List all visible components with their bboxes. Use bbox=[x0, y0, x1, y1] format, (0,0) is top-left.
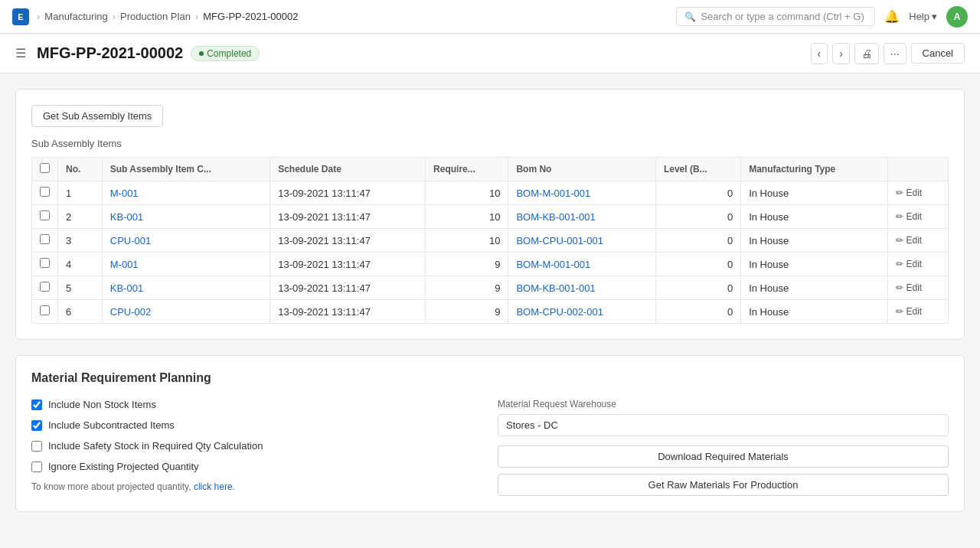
row-required: 10 bbox=[426, 229, 508, 253]
include-subcontracted-checkbox[interactable] bbox=[31, 420, 42, 431]
sub-assembly-card: Get Sub Assembly Items Sub Assembly Item… bbox=[15, 89, 965, 340]
sep-2: › bbox=[113, 11, 116, 22]
row-no: 1 bbox=[58, 181, 103, 205]
row-item[interactable]: CPU-002 bbox=[102, 300, 270, 324]
edit-link[interactable]: ✏ Edit bbox=[896, 306, 940, 317]
table-row: 2 KB-001 13-09-2021 13:11:47 10 BOM-KB-0… bbox=[32, 205, 949, 229]
ignore-projected-checkbox[interactable] bbox=[31, 462, 42, 472]
sub-assembly-table: No. Sub Assembly Item C... Schedule Date… bbox=[31, 157, 949, 324]
row-bom-no[interactable]: BOM-M-001-001 bbox=[508, 253, 655, 276]
table-row: 3 CPU-001 13-09-2021 13:11:47 10 BOM-CPU… bbox=[32, 229, 949, 253]
download-required-materials-button[interactable]: Download Required Materials bbox=[498, 445, 949, 468]
row-checkbox[interactable] bbox=[40, 210, 50, 220]
row-bom-no[interactable]: BOM-KB-001-001 bbox=[508, 276, 655, 300]
main-content: Get Sub Assembly Items Sub Assembly Item… bbox=[0, 73, 980, 543]
warehouse-label: Material Request Warehouse bbox=[498, 399, 949, 409]
row-checkbox-cell bbox=[32, 300, 58, 324]
row-checkbox[interactable] bbox=[40, 258, 50, 268]
col-item: Sub Assembly Item C... bbox=[102, 158, 270, 181]
more-options-button[interactable]: ··· bbox=[884, 43, 906, 64]
row-required: 10 bbox=[426, 181, 508, 205]
search-bar[interactable]: 🔍 Search or type a command (Ctrl + G) bbox=[676, 7, 875, 26]
table-row: 6 CPU-002 13-09-2021 13:11:47 9 BOM-CPU-… bbox=[32, 300, 949, 324]
row-mfg-type: In House bbox=[741, 181, 888, 205]
row-bom-no[interactable]: BOM-CPU-002-001 bbox=[508, 300, 655, 324]
row-required: 9 bbox=[426, 276, 508, 300]
row-item[interactable]: M-001 bbox=[102, 253, 270, 276]
cancel-button[interactable]: Cancel bbox=[911, 43, 965, 64]
row-bom-no[interactable]: BOM-M-001-001 bbox=[508, 181, 655, 205]
row-checkbox-cell bbox=[32, 253, 58, 276]
row-level: 0 bbox=[655, 205, 740, 229]
col-schedule-date: Schedule Date bbox=[270, 158, 426, 181]
include-non-stock-label[interactable]: Include Non Stock Items bbox=[48, 399, 156, 410]
mrp-right: Material Request Warehouse Stores - DC D… bbox=[498, 399, 949, 496]
table-header-row: No. Sub Assembly Item C... Schedule Date… bbox=[32, 158, 949, 181]
document-id: MFG-PP-2021-00002 bbox=[37, 44, 183, 62]
col-checkbox bbox=[32, 158, 58, 181]
edit-link[interactable]: ✏ Edit bbox=[896, 282, 940, 293]
breadcrumb-production-plan[interactable]: Production Plan bbox=[120, 11, 191, 22]
row-bom-no[interactable]: BOM-CPU-001-001 bbox=[508, 229, 655, 253]
breadcrumb-current: MFG-PP-2021-00002 bbox=[203, 11, 298, 22]
col-mfg-type: Manufacturing Type bbox=[741, 158, 888, 181]
sub-assembly-section-title: Sub Assembly Items bbox=[31, 138, 949, 149]
top-nav: E › Manufacturing › Production Plan › MF… bbox=[0, 0, 980, 34]
row-item[interactable]: KB-001 bbox=[102, 205, 270, 229]
row-item[interactable]: M-001 bbox=[102, 181, 270, 205]
include-subcontracted-label[interactable]: Include Subcontracted Items bbox=[48, 419, 175, 431]
nav-right: 🔍 Search or type a command (Ctrl + G) 🔔 … bbox=[676, 6, 968, 28]
avatar[interactable]: A bbox=[946, 6, 968, 28]
row-mfg-type: In House bbox=[741, 229, 888, 253]
row-bom-no[interactable]: BOM-KB-001-001 bbox=[508, 205, 655, 229]
row-level: 0 bbox=[655, 181, 740, 205]
search-icon: 🔍 bbox=[684, 11, 696, 22]
row-schedule-date: 13-09-2021 13:11:47 bbox=[270, 276, 426, 300]
breadcrumb-manufacturing[interactable]: Manufacturing bbox=[44, 11, 107, 22]
warehouse-value: Stores - DC bbox=[498, 414, 949, 436]
col-actions bbox=[888, 158, 949, 181]
menu-icon[interactable]: ☰ bbox=[15, 46, 26, 60]
print-button[interactable]: 🖨 bbox=[854, 43, 879, 64]
select-all-checkbox[interactable] bbox=[40, 163, 50, 173]
col-bom-no: Bom No bbox=[508, 158, 655, 181]
checkbox-non-stock: Include Non Stock Items bbox=[31, 399, 482, 410]
row-mfg-type: In House bbox=[741, 205, 888, 229]
hint-text: To know more about projected quantity, c… bbox=[31, 481, 482, 492]
help-button[interactable]: Help ▾ bbox=[909, 11, 937, 22]
edit-link[interactable]: ✏ Edit bbox=[896, 188, 940, 198]
prev-button[interactable]: ‹ bbox=[811, 43, 828, 64]
include-safety-stock-checkbox[interactable] bbox=[31, 441, 42, 452]
row-no: 4 bbox=[58, 253, 103, 276]
row-checkbox[interactable] bbox=[40, 305, 50, 315]
row-level: 0 bbox=[655, 300, 740, 324]
next-button[interactable]: › bbox=[832, 43, 850, 64]
row-mfg-type: In House bbox=[741, 276, 888, 300]
click-here-link[interactable]: click here. bbox=[194, 481, 235, 492]
include-non-stock-checkbox[interactable] bbox=[31, 400, 42, 410]
row-edit-cell: ✏ Edit bbox=[888, 205, 949, 229]
mrp-title: Material Requirement Planning bbox=[31, 371, 949, 385]
notifications-button[interactable]: 🔔 bbox=[884, 9, 900, 24]
row-checkbox[interactable] bbox=[40, 234, 50, 244]
row-edit-cell: ✏ Edit bbox=[888, 253, 949, 276]
row-level: 0 bbox=[655, 229, 740, 253]
breadcrumb: E › Manufacturing › Production Plan › MF… bbox=[12, 8, 298, 25]
edit-link[interactable]: ✏ Edit bbox=[896, 211, 940, 222]
get-raw-materials-button[interactable]: Get Raw Materials For Production bbox=[498, 474, 949, 496]
row-mfg-type: In House bbox=[741, 253, 888, 276]
row-mfg-type: In House bbox=[741, 300, 888, 324]
row-checkbox[interactable] bbox=[40, 187, 50, 197]
row-item[interactable]: CPU-001 bbox=[102, 229, 270, 253]
col-required: Require... bbox=[426, 158, 508, 181]
row-required: 10 bbox=[426, 205, 508, 229]
app-icon[interactable]: E bbox=[12, 8, 29, 25]
ignore-projected-label[interactable]: Ignore Existing Projected Quantity bbox=[48, 461, 199, 472]
row-checkbox[interactable] bbox=[40, 282, 50, 292]
row-no: 6 bbox=[58, 300, 103, 324]
row-item[interactable]: KB-001 bbox=[102, 276, 270, 300]
edit-link[interactable]: ✏ Edit bbox=[896, 259, 940, 269]
get-sub-assembly-button[interactable]: Get Sub Assembly Items bbox=[31, 105, 163, 127]
edit-link[interactable]: ✏ Edit bbox=[896, 235, 940, 246]
include-safety-stock-label[interactable]: Include Safety Stock in Required Qty Cal… bbox=[48, 440, 263, 452]
